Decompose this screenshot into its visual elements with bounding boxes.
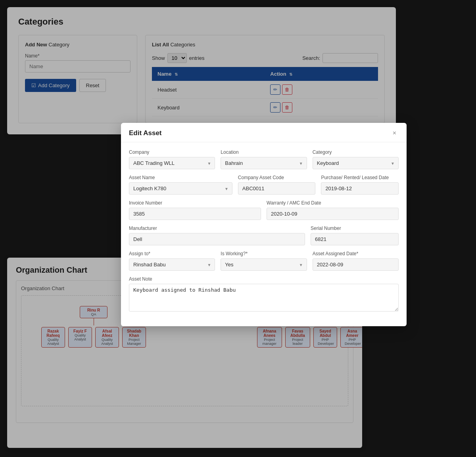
manufacturer-input[interactable] [129, 233, 305, 245]
invoice-number-input[interactable] [129, 208, 261, 220]
asset-note-col: Asset Note [129, 276, 399, 313]
serial-number-col: Serial Number [311, 226, 399, 245]
location-select[interactable]: Bahrain [221, 157, 307, 169]
purchase-date-col: Purchase/ Rented/ Leased Date [321, 175, 399, 195]
assign-to-label: Assign to* [129, 251, 215, 256]
location-col: Location Bahrain ▼ [221, 149, 307, 169]
asset-name-label: Asset Name [129, 175, 232, 180]
modal-body: Company ABC Trading WLL ▼ Location Bahra… [121, 142, 407, 313]
assign-to-col: Assign to* Rinshad Babu ▼ [129, 251, 215, 271]
invoice-number-label: Invoice Number [129, 200, 261, 206]
category-select[interactable]: Keyboard [313, 157, 399, 169]
manufacturer-label: Manufacturer [129, 226, 305, 231]
location-label: Location [221, 149, 307, 155]
invoice-number-col: Invoice Number [129, 200, 261, 220]
asset-name-select[interactable]: Logitech K780 [129, 182, 232, 195]
company-label: Company [129, 149, 215, 155]
edit-asset-modal: Edit Asset × Company ABC Trading WLL ▼ L… [121, 123, 407, 326]
is-working-label: Is Working?* [221, 251, 307, 256]
modal-header: Edit Asset × [121, 123, 407, 142]
warranty-col: Warranty / AMC End Date [267, 200, 399, 220]
manufacturer-col: Manufacturer [129, 226, 305, 245]
company-select[interactable]: ABC Trading WLL [129, 157, 215, 169]
modal-close-button[interactable]: × [390, 129, 399, 137]
assign-to-select[interactable]: Rinshad Babu [129, 258, 215, 271]
company-asset-code-col: Company Asset Code [238, 175, 316, 195]
is-working-col: Is Working?* Yes ▼ [221, 251, 307, 271]
asset-assigned-date-col: Asset Assigned Date* [313, 251, 399, 271]
asset-note-textarea[interactable] [129, 284, 399, 312]
asset-assigned-date-label: Asset Assigned Date* [313, 251, 399, 256]
asset-assigned-date-input[interactable] [313, 258, 399, 271]
category-label: Category [313, 149, 399, 155]
warranty-label: Warranty / AMC End Date [267, 200, 399, 206]
company-asset-code-input[interactable] [238, 182, 316, 195]
asset-note-label: Asset Note [129, 276, 399, 282]
modal-title: Edit Asset [129, 129, 162, 137]
is-working-select[interactable]: Yes [221, 258, 307, 271]
purchase-date-label: Purchase/ Rented/ Leased Date [321, 175, 399, 180]
company-col: Company ABC Trading WLL ▼ [129, 149, 215, 169]
purchase-date-input[interactable] [321, 182, 399, 195]
category-col: Category Keyboard ▼ [313, 149, 399, 169]
serial-number-label: Serial Number [311, 226, 399, 231]
company-asset-code-label: Company Asset Code [238, 175, 316, 180]
asset-name-col: Asset Name Logitech K780 ▼ [129, 175, 232, 195]
serial-number-input[interactable] [311, 233, 399, 245]
warranty-input[interactable] [267, 208, 399, 220]
